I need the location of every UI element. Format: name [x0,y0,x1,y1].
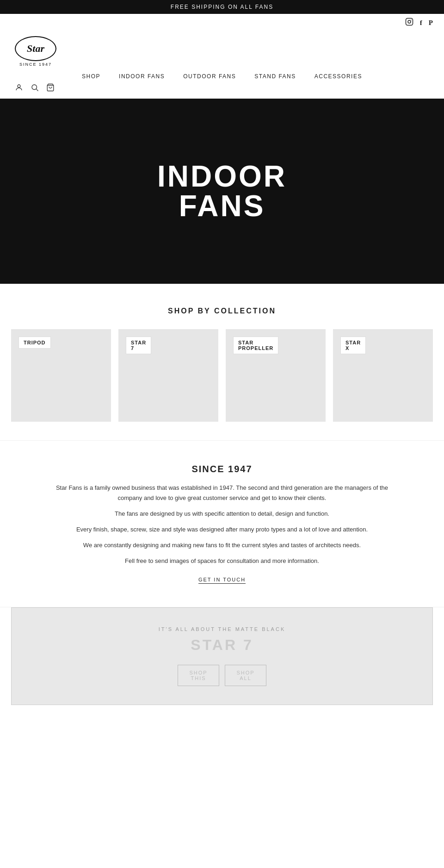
about-section: SINCE 1947 Star Fans is a family owned b… [0,441,444,607]
collection-grid: TRIPOD STAR7 STARPROPELLER STARX [11,329,433,422]
facebook-icon[interactable]: f [420,19,422,27]
star7-buttons: SHOPTHIS SHOPALL [178,665,266,686]
star7-promo: IT'S ALL ABOUT THE MATTE BLACK STAR 7 SH… [11,607,433,705]
collection-label-star7: STAR7 [126,337,151,354]
shop-this-button[interactable]: SHOPTHIS [178,665,219,686]
collection-label-star-x: STARX [340,337,366,354]
about-title: SINCE 1947 [56,464,388,475]
social-bar: f P [0,14,444,31]
nav-indoor-fans[interactable]: INDOOR FANS [119,73,165,80]
top-banner: FREE SHIPPING ON ALL FANS [0,0,444,14]
main-nav: SHOP INDOOR FANS OUTDOOR FANS STAND FANS… [0,69,444,82]
about-para-4: We are constantly designing and making n… [56,540,388,550]
banner-text: FREE SHIPPING ON ALL FANS [171,4,273,10]
nav-stand-fans[interactable]: STAND FANS [254,73,296,80]
svg-point-1 [408,20,411,23]
star7-subtitle: IT'S ALL ABOUT THE MATTE BLACK [159,626,285,632]
collection-card-star7[interactable]: STAR7 [118,329,218,422]
about-para-5: Fell free to send images of spaces for c… [56,556,388,566]
logo-since: SINCE 1947 [19,62,52,67]
collection-card-tripod[interactable]: TRIPOD [11,329,111,422]
cart-icon[interactable] [46,83,55,94]
logo-brand: Star [27,44,44,54]
account-icon[interactable] [15,83,23,94]
about-para-2: The fans are designed by us with specifi… [56,509,388,519]
collection-label-tripod: TRIPOD [18,337,51,349]
svg-point-3 [18,85,20,87]
collection-card-star-x[interactable]: STARX [333,329,433,422]
get-in-touch-link[interactable]: GET IN TOUCH [198,577,246,584]
logo[interactable]: Star [15,36,56,61]
svg-rect-0 [406,19,413,25]
about-para-3: Every finish, shape, screw, size and sty… [56,525,388,535]
svg-point-2 [411,19,412,20]
svg-line-5 [36,89,38,91]
utility-bar [0,82,444,99]
nav-outdoor-fans[interactable]: OUTDOOR FANS [183,73,236,80]
hero-title: INDOOR FANS [111,162,333,221]
shop-collection-section: SHOP BY COLLECTION TRIPOD STAR7 STARPROP… [0,284,444,440]
logo-area: Star SINCE 1947 [0,31,444,69]
shop-all-button[interactable]: SHOPALL [225,665,266,686]
search-icon[interactable] [31,83,39,94]
footer-space [0,733,444,779]
nav-shop[interactable]: SHOP [82,73,100,80]
about-para-1: Star Fans is a family owned business tha… [56,483,388,503]
instagram-icon[interactable] [405,18,413,28]
pinterest-icon[interactable]: P [429,19,433,27]
collection-label-star-propeller: STARPROPELLER [233,337,278,354]
nav-accessories[interactable]: ACCESSORIES [314,73,362,80]
hero-overlay: INDOOR FANS [111,162,333,221]
collection-title: SHOP BY COLLECTION [11,307,433,315]
hero-banner: INDOOR FANS [0,99,444,284]
collection-card-star-propeller[interactable]: STARPROPELLER [226,329,326,422]
svg-point-4 [32,85,37,90]
star7-title: STAR 7 [191,637,253,654]
